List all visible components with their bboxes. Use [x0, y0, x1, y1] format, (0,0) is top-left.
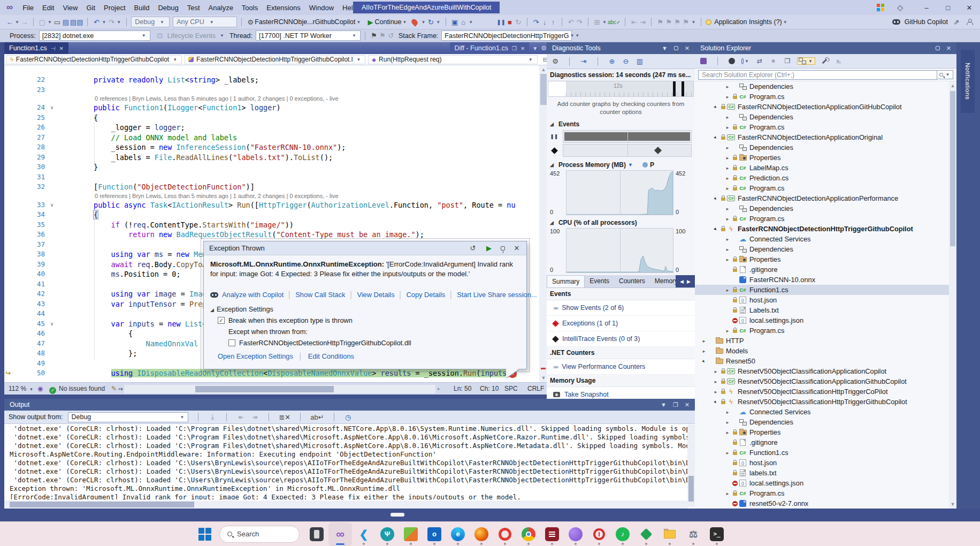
solution-search-input[interactable]: Search Solution Explorer (Ctrl+;) [698, 70, 937, 80]
tree-item-connected-services[interactable]: ▸☁Connected Services [695, 234, 949, 244]
output-dropdown-icon[interactable]: ▼ [661, 401, 667, 408]
tree-item-dependencies[interactable]: ▸Dependencies [695, 81, 949, 92]
menu-file[interactable]: File [18, 2, 38, 13]
code-line[interactable]: 29 _labels = File.ReadAllLines("labels.t… [4, 153, 526, 163]
taskbar-loop[interactable] [564, 522, 587, 546]
tree-item-function1.cs[interactable]: ▸C#Function1.cs [695, 285, 949, 295]
test-explorer-icon[interactable]: ⊞ [593, 18, 601, 26]
exception-continue-icon[interactable]: ▶ [485, 244, 493, 252]
diag-export-icon[interactable]: ⇥ [579, 57, 588, 65]
tree-item-dependencies[interactable]: ▸Dependencies [695, 112, 949, 122]
code-text[interactable]: // Load ONNX model and labels [59, 133, 526, 143]
taskbar-edge[interactable]: e [446, 522, 470, 546]
bookmark-icon-3[interactable]: ⚑ [673, 18, 682, 26]
expander-icon[interactable]: ▸ [711, 397, 721, 406]
show-threads-flag-icon[interactable]: ⚑ [370, 32, 378, 40]
tree-item-program.cs[interactable]: ▸C#Program.cs [695, 183, 949, 193]
tree-item-resnetv50objectclassificationhttptriggercopilot[interactable]: ▸ϟResnetV50ObjectClassificationHttpTrigg… [695, 386, 949, 397]
diag-dropdown-icon[interactable]: ▼ [662, 45, 668, 51]
github-copilot-button[interactable]: GitHub Copilot [905, 18, 948, 26]
menu-project[interactable]: Project [99, 2, 129, 13]
spell-check-icon[interactable]: abc✓ [608, 19, 621, 25]
exception-history-icon[interactable]: ↺ [469, 244, 477, 252]
expander-icon[interactable]: ▸ [724, 84, 731, 89]
diag-summary-item[interactable]: »»Show Events (2 of 6) [547, 300, 695, 316]
dialog-link-analyze-with-copilot[interactable]: Analyze with Copilot [222, 291, 284, 299]
tree-item-.gitignore[interactable]: .gitignore [695, 264, 949, 275]
tree-item-models[interactable]: ▸Models [695, 346, 949, 356]
pin-tab-icon[interactable]: ⊣ [51, 46, 56, 51]
start-button[interactable] [198, 527, 212, 541]
tree-item-fasterrcnn-10.onnx[interactable]: FasterRCNN-10.onnx [695, 275, 949, 285]
find-in-files-icon[interactable]: ▣ [450, 18, 459, 26]
tree-item-properties[interactable]: ▸Properties [695, 427, 949, 437]
expander-icon[interactable]: ▸ [724, 115, 731, 120]
tree-item-labels.txt[interactable]: Labels.txt [695, 305, 949, 315]
events-section-header[interactable]: Events [558, 120, 579, 128]
restart-debug-icon[interactable]: ↻ [514, 18, 523, 26]
dialog-link-show-call-stack[interactable]: Show Call Stack [295, 291, 345, 299]
diag-summary-item[interactable]: Exceptions (1 of 1) [547, 316, 695, 331]
taskbar-stopwatch[interactable] [587, 522, 611, 546]
code-line[interactable]: 23 [4, 85, 526, 95]
tree-item-program.cs[interactable]: ▸C#Program.cs [695, 92, 949, 102]
expander-icon[interactable]: ▸ [711, 194, 721, 203]
code-line[interactable]: 30 } [4, 162, 526, 172]
codelens-row[interactable]: 0 references | Bryn Lewis, Less than 5 m… [4, 192, 526, 200]
health-indicator[interactable]: ✓No issues found [49, 385, 105, 394]
dialog-link-view-details[interactable]: View Details [357, 291, 394, 299]
diag-close-icon[interactable]: ✕ [685, 45, 690, 52]
tab-diff-function1[interactable]: Diff - Function1.cs ❐ ✕ [450, 42, 529, 54]
expander-icon[interactable]: ▸ [724, 328, 731, 333]
tab-function1[interactable]: Function1.cs ⊣ ✕ [4, 42, 68, 54]
taskbar-file-explorer[interactable] [658, 522, 682, 546]
codelens-text[interactable]: 0 references | Bryn Lewis, Less than 5 m… [59, 95, 526, 103]
tree-item-prediction.cs[interactable]: ▸C#Prediction.cs [695, 173, 949, 183]
expander-icon[interactable]: ▸ [724, 450, 731, 456]
tree-item-dependencies[interactable]: ▸Dependencies [695, 142, 949, 153]
menu-build[interactable]: Build [130, 2, 154, 13]
toggle-flagged-icon[interactable]: ↺ [387, 32, 395, 40]
tree-item-connected-services[interactable]: ▸☁Connected Services [695, 407, 949, 417]
show-all-files-icon[interactable]: ⎁ [834, 57, 843, 65]
taskbar-vs-code[interactable]: ❮ [352, 522, 376, 546]
tree-item-program.cs[interactable]: ▸C#Program.cs [695, 488, 949, 498]
tree-item-fasterrcnnobjectdetectionhttptriggergithubcopilot[interactable]: ▸ϟFasterRCNNObjectDetectionHttpTriggerGi… [695, 224, 949, 234]
word-wrap-icon[interactable]: ab↵ [310, 413, 324, 421]
keep-open-icon[interactable]: ❐ [512, 46, 517, 51]
home-scope-icon[interactable] [728, 57, 736, 65]
notifications-tab[interactable]: Notifications [961, 50, 975, 113]
taskbar-clipchamp[interactable] [540, 522, 564, 546]
tree-item-dependencies[interactable]: ▸Dependencies [695, 203, 949, 214]
taskbar-opera[interactable] [493, 522, 517, 546]
taskbar-search[interactable]: Search [219, 526, 300, 543]
properties-pages-icon[interactable]: ❐ [783, 57, 792, 65]
navigate-forward-icon[interactable]: → [20, 18, 29, 26]
fold-chevron-icon[interactable]: ∨ [45, 319, 59, 329]
code-text[interactable]: { [59, 113, 526, 123]
step-over-icon[interactable]: ↷ [532, 18, 540, 26]
se-close-icon[interactable]: ✕ [946, 45, 951, 52]
dialog-link-start-live-share-session-[interactable]: Start Live Share session... [457, 291, 537, 299]
minimize-button[interactable]: – [916, 4, 937, 12]
fold-chevron-icon[interactable]: ∨ [45, 200, 59, 210]
expander-icon[interactable]: ▸ [724, 206, 731, 211]
navigate-back-icon[interactable]: ← [5, 18, 14, 26]
code-text[interactable]: _logger = logger; [59, 123, 526, 133]
exception-settings-header[interactable]: ◢Exception Settings [210, 305, 520, 313]
taskbar-chrome[interactable] [517, 522, 540, 546]
properties-wrench-icon[interactable] [821, 57, 829, 65]
taskbar-outlook[interactable]: o [423, 522, 446, 546]
expander-icon[interactable]: ▸ [724, 94, 731, 100]
stackframe-dropdown[interactable]: FasterRCNNObjectDetectionHttpTriggerG▼ [441, 31, 572, 41]
tree-item-program.cs[interactable]: ▸C#Program.cs [695, 122, 949, 132]
expander-icon[interactable]: ▸ [724, 145, 731, 150]
bookmark-icon-2[interactable]: ⚑ [664, 18, 673, 26]
tree-item-fasterrcnnobjectdetectionapplicationperformance[interactable]: ▸C#FasterRCNNObjectDetectionApplicationP… [695, 193, 949, 203]
platform-dropdown[interactable]: Any CPU▼ [173, 17, 237, 27]
code-text[interactable] [59, 85, 526, 95]
output-close-icon[interactable]: ✕ [685, 401, 690, 408]
expander-icon[interactable]: ▸ [724, 491, 731, 496]
switch-views-icon[interactable] [699, 57, 708, 65]
expander-icon[interactable]: ▸ [724, 125, 731, 130]
